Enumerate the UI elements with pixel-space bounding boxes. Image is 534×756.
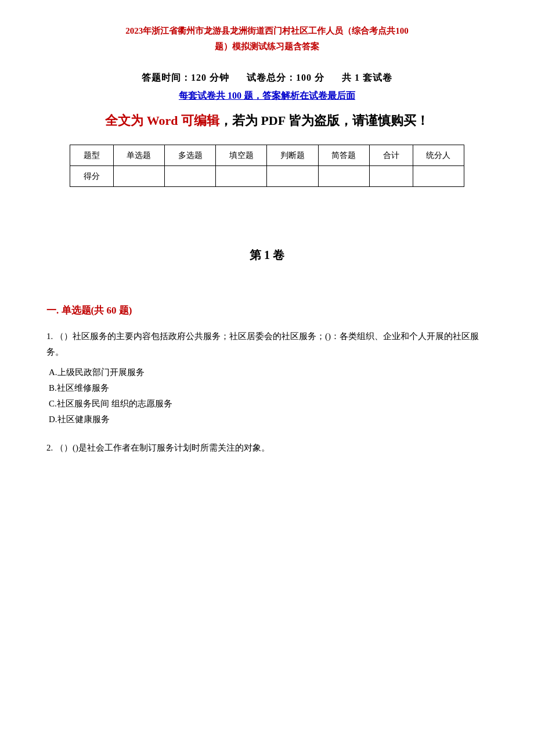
title-line1: 2023年浙江省衢州市龙游县龙洲街道西门村社区工作人员（综合考点共100 [125,26,409,35]
score-table: 题型 单选题 多选题 填空题 判断题 简答题 合计 统分人 得分 [70,145,464,187]
question-2-text: 2. （）()是社会工作者在制订服务计划时所需关注的对象。 [46,440,488,456]
spacer2 [46,286,488,298]
question-1-text: 1. （）社区服务的主要内容包括政府公共服务；社区居委会的社区服务；()：各类组… [46,329,488,360]
time-label: 答题时间：120 分钟 [142,73,229,82]
col-judge: 判断题 [267,145,318,166]
score-total [370,166,413,187]
section1-title: 一. 单选题(共 60 题) [46,304,488,317]
col-multi: 多选题 [164,145,215,166]
volume-label: 第 1 卷 [46,247,488,263]
word-notice: 全文为 Word 可编辑，若为 PDF 皆为盗版，请谨慎购买！ [46,110,488,131]
q2-number: 2. [46,443,53,452]
total-score-label: 试卷总分：100 分 [247,73,324,82]
col-type: 题型 [70,145,114,166]
notice2-part1: 全文为 Word 可编辑 [105,113,219,128]
col-single: 单选题 [113,145,164,166]
col-fill: 填空题 [216,145,267,166]
row-score-label: 得分 [70,166,114,187]
volume-text: 第 1 卷 [250,249,284,261]
exam-info: 答题时间：120 分钟 试卷总分：100 分 共 1 套试卷 [46,72,488,84]
question-1: 1. （）社区服务的主要内容包括政府公共服务；社区居委会的社区服务；()：各类组… [46,329,488,427]
page-header: 2023年浙江省衢州市龙游县龙洲街道西门村社区工作人员（综合考点共100 题）模… [46,23,488,55]
score-multi [164,166,215,187]
score-judge [267,166,318,187]
q1-option-b: B.社区维修服务 [49,380,488,396]
notice1-text: 每套试卷共 100 题，答案解析在试卷最后面 [179,91,355,100]
q1-body: （）社区服务的主要内容包括政府公共服务；社区居委会的社区服务；()：各类组织、企… [46,332,479,357]
score-table-header-row: 题型 单选题 多选题 填空题 判断题 简答题 合计 统分人 [70,145,464,166]
col-short: 简答题 [318,145,369,166]
q1-option-c: C.社区服务民间 组织的志愿服务 [49,396,488,412]
notice2-part2: ，若为 PDF 皆为盗版，请谨慎购买！ [219,113,429,128]
score-scorer [413,166,464,187]
page-title: 2023年浙江省衢州市龙游县龙洲街道西门村社区工作人员（综合考点共100 题）模… [46,23,488,55]
col-total: 合计 [370,145,413,166]
score-short [318,166,369,187]
question-2: 2. （）()是社会工作者在制订服务计划时所需关注的对象。 [46,440,488,456]
score-single [113,166,164,187]
q2-body: （）()是社会工作者在制订服务计划时所需关注的对象。 [55,443,270,452]
spacer1 [46,201,488,236]
q1-number: 1. [46,332,53,341]
col-scorer: 统分人 [413,145,464,166]
exam-notice: 每套试卷共 100 题，答案解析在试卷最后面 [46,90,488,102]
section1-title-text: 一. 单选题(共 60 题) [46,305,132,316]
title-line2: 题）模拟测试练习题含答案 [215,42,319,51]
score-fill [216,166,267,187]
score-table-data-row: 得分 [70,166,464,187]
q1-option-d: D.社区健康服务 [49,412,488,427]
set-label: 共 1 套试卷 [342,73,392,82]
q1-option-a: A.上级民政部门开展服务 [49,365,488,380]
